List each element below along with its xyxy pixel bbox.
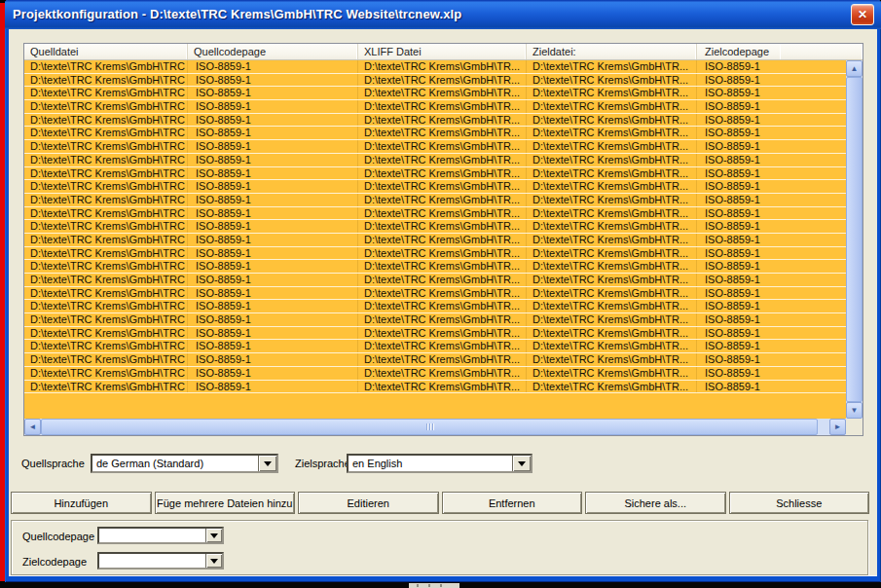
zielcodepage-dropdown-button[interactable] xyxy=(205,554,222,568)
close-button[interactable]: ✕ xyxy=(851,4,874,25)
table-row[interactable]: D:\texte\TRC Krems\GmbH\TRC ...ISO-8859-… xyxy=(24,247,846,261)
cell-xliff: D:\texte\TRC Krems\GmbH\TR... xyxy=(358,60,527,73)
zielsprache-label: Zielsprache xyxy=(295,454,350,473)
horizontal-scrollbar[interactable]: ◄ ► xyxy=(24,419,846,435)
table-row[interactable]: D:\texte\TRC Krems\GmbH\TRC ...ISO-8859-… xyxy=(24,127,846,140)
cell-zielcodepage: ISO-8859-1 xyxy=(697,74,846,87)
title-bar[interactable]: Projektkonfiguration - D:\texte\TRC Krem… xyxy=(5,0,881,29)
cell-xliff: D:\texte\TRC Krems\GmbH\TR... xyxy=(358,100,527,113)
table-row[interactable]: D:\texte\TRC Krems\GmbH\TRC ...ISO-8859-… xyxy=(24,287,846,301)
vertical-scroll-thumb[interactable] xyxy=(846,77,863,402)
table-row[interactable]: D:\texte\TRC Krems\GmbH\TRC ...ISO-8859-… xyxy=(24,207,846,221)
cell-quellcodepage: ISO-8859-1 xyxy=(188,100,358,113)
cell-quellcodepage: ISO-8859-1 xyxy=(188,87,358,99)
column-header-zielcodepage[interactable]: Zielcodepage xyxy=(697,44,781,59)
scrollbar-corner xyxy=(846,419,863,435)
sichere-als-button[interactable]: Sichere als... xyxy=(585,492,726,514)
table-row[interactable]: D:\texte\TRC Krems\GmbH\TRC ...ISO-8859-… xyxy=(24,327,846,341)
quellsprache-dropdown-button[interactable] xyxy=(258,456,276,471)
table-row[interactable]: D:\texte\TRC Krems\GmbH\TRC ...ISO-8859-… xyxy=(24,220,846,234)
editieren-button[interactable]: Editieren xyxy=(298,492,439,514)
cell-xliff: D:\texte\TRC Krems\GmbH\TR... xyxy=(358,274,527,286)
cell-zieldatei: D:\texte\TRC Krems\GmbH\TR... xyxy=(527,114,697,127)
column-header-xliff-datei[interactable]: XLIFF Datei xyxy=(358,44,527,59)
cell-quelldatei: D:\texte\TRC Krems\GmbH\TRC ... xyxy=(24,340,188,352)
projektkonfiguration-window: Projektkonfiguration - D:\texte\TRC Krem… xyxy=(5,0,881,582)
cell-quelldatei: D:\texte\TRC Krems\GmbH\TRC ... xyxy=(24,127,188,139)
table-row[interactable]: D:\texte\TRC Krems\GmbH\TRC ...ISO-8859-… xyxy=(24,180,846,194)
zielcodepage-select[interactable] xyxy=(97,552,224,570)
cell-zielcodepage: ISO-8859-1 xyxy=(697,207,846,220)
cell-quelldatei: D:\texte\TRC Krems\GmbH\TRC ... xyxy=(24,207,188,220)
cell-quellcodepage: ISO-8859-1 xyxy=(188,207,358,220)
table-row[interactable]: D:\texte\TRC Krems\GmbH\TRC ...ISO-8859-… xyxy=(24,167,846,181)
zielsprache-dropdown-button[interactable] xyxy=(512,456,531,471)
cell-zieldatei: D:\texte\TRC Krems\GmbH\TR... xyxy=(527,340,697,352)
chevron-up-icon: ▲ xyxy=(851,64,859,73)
table-row[interactable]: D:\texte\TRC Krems\GmbH\TRC ...ISO-8859-… xyxy=(24,74,846,88)
cell-zieldatei: D:\texte\TRC Krems\GmbH\TR... xyxy=(527,194,697,206)
table-row[interactable]: D:\texte\TRC Krems\GmbH\TRC ...ISO-8859-… xyxy=(24,340,846,353)
entfernen-button[interactable]: Entfernen xyxy=(442,492,583,514)
cell-zieldatei: D:\texte\TRC Krems\GmbH\TR... xyxy=(527,127,697,139)
vertical-scrollbar[interactable]: ▲ ▼ xyxy=(846,60,863,419)
cell-quellcodepage: ISO-8859-1 xyxy=(188,340,358,352)
cell-quelldatei: D:\texte\TRC Krems\GmbH\TRC ... xyxy=(24,140,188,153)
table-row[interactable]: D:\texte\TRC Krems\GmbH\TRC ...ISO-8859-… xyxy=(24,114,846,128)
cell-zielcodepage: ISO-8859-1 xyxy=(697,274,846,286)
cell-zielcodepage: ISO-8859-1 xyxy=(697,234,846,246)
table-row[interactable]: D:\texte\TRC Krems\GmbH\TRC ...ISO-8859-… xyxy=(24,353,846,367)
table-row[interactable]: D:\texte\TRC Krems\GmbH\TRC ...ISO-8859-… xyxy=(24,234,846,247)
table-row[interactable]: D:\texte\TRC Krems\GmbH\TRC ...ISO-8859-… xyxy=(24,313,846,327)
table-row[interactable]: D:\texte\TRC Krems\GmbH\TRC ...ISO-8859-… xyxy=(24,140,846,154)
cell-zieldatei: D:\texte\TRC Krems\GmbH\TR... xyxy=(527,313,697,326)
scroll-down-button[interactable]: ▼ xyxy=(846,402,863,419)
cell-xliff: D:\texte\TRC Krems\GmbH\TR... xyxy=(358,180,527,193)
table-row[interactable]: D:\texte\TRC Krems\GmbH\TRC ...ISO-8859-… xyxy=(24,274,846,287)
table-row[interactable]: D:\texte\TRC Krems\GmbH\TRC ...ISO-8859-… xyxy=(24,367,846,381)
cell-zielcodepage: ISO-8859-1 xyxy=(697,287,846,300)
cell-zieldatei: D:\texte\TRC Krems\GmbH\TR... xyxy=(527,207,697,220)
cell-zielcodepage: ISO-8859-1 xyxy=(697,327,846,340)
cell-quellcodepage: ISO-8859-1 xyxy=(188,167,358,180)
table-row[interactable]: D:\texte\TRC Krems\GmbH\TRC ...ISO-8859-… xyxy=(24,60,846,74)
table-row[interactable]: D:\texte\TRC Krems\GmbH\TRC ...ISO-8859-… xyxy=(24,100,846,114)
schliesse-button[interactable]: Schliesse xyxy=(729,492,870,514)
cell-zieldatei: D:\texte\TRC Krems\GmbH\TR... xyxy=(527,87,697,99)
table-row[interactable]: D:\texte\TRC Krems\GmbH\TRC ...ISO-8859-… xyxy=(24,381,846,394)
quellcodepage-select[interactable] xyxy=(97,527,224,544)
cell-zielcodepage: ISO-8859-1 xyxy=(697,300,846,312)
horizontal-scroll-thumb[interactable] xyxy=(41,419,818,435)
column-header-quellcodepage[interactable]: Quellcodepage xyxy=(188,44,358,59)
fuege-mehrere-dateien-hinzu-button[interactable]: Füge mehrere Dateien hinzu xyxy=(155,492,296,514)
cell-zieldatei: D:\texte\TRC Krems\GmbH\TR... xyxy=(527,74,697,87)
table-row[interactable]: D:\texte\TRC Krems\GmbH\TRC ...ISO-8859-… xyxy=(24,260,846,274)
scroll-left-button[interactable]: ◄ xyxy=(24,419,41,435)
cell-quelldatei: D:\texte\TRC Krems\GmbH\TRC ... xyxy=(24,154,188,166)
table-row[interactable]: D:\texte\TRC Krems\GmbH\TRC ...ISO-8859-… xyxy=(24,154,846,167)
cell-xliff: D:\texte\TRC Krems\GmbH\TR... xyxy=(358,367,527,380)
zielsprache-select[interactable]: en English xyxy=(347,454,532,473)
cell-quelldatei: D:\texte\TRC Krems\GmbH\TRC ... xyxy=(24,300,188,312)
cell-xliff: D:\texte\TRC Krems\GmbH\TR... xyxy=(358,287,527,300)
table-row[interactable]: D:\texte\TRC Krems\GmbH\TRC ...ISO-8859-… xyxy=(24,300,846,313)
table-row[interactable]: D:\texte\TRC Krems\GmbH\TRC ...ISO-8859-… xyxy=(24,87,846,100)
cell-xliff: D:\texte\TRC Krems\GmbH\TR... xyxy=(358,340,527,352)
chevron-down-icon: ▼ xyxy=(851,406,859,415)
cell-zieldatei: D:\texte\TRC Krems\GmbH\TR... xyxy=(527,60,697,73)
quellcodepage-dropdown-button[interactable] xyxy=(205,529,222,542)
scroll-up-button[interactable]: ▲ xyxy=(846,60,863,77)
cell-zielcodepage: ISO-8859-1 xyxy=(697,340,846,352)
cell-quellcodepage: ISO-8859-1 xyxy=(188,274,358,286)
column-header-filler xyxy=(781,44,863,59)
scroll-right-button[interactable]: ► xyxy=(829,419,846,435)
hinzufuegen-button[interactable]: Hinzufügen xyxy=(11,492,152,514)
cell-zielcodepage: ISO-8859-1 xyxy=(697,381,846,393)
column-header-zieldatei[interactable]: Zieldatei: xyxy=(527,44,697,59)
column-header-quelldatei[interactable]: Quelldatei xyxy=(24,44,188,59)
quellsprache-select[interactable]: de German (Standard) xyxy=(91,454,278,473)
cell-zielcodepage: ISO-8859-1 xyxy=(697,180,846,193)
table-row[interactable]: D:\texte\TRC Krems\GmbH\TRC ...ISO-8859-… xyxy=(24,194,846,207)
cell-xliff: D:\texte\TRC Krems\GmbH\TR... xyxy=(358,353,527,366)
cell-quellcodepage: ISO-8859-1 xyxy=(188,381,358,393)
